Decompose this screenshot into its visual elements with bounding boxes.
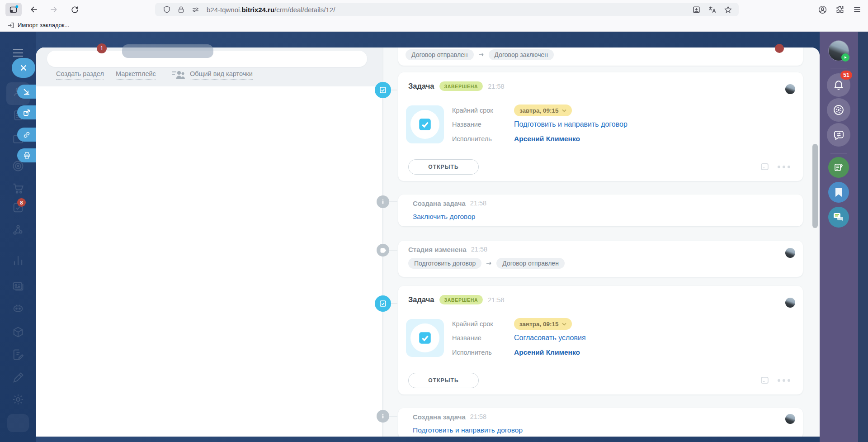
task-tile	[406, 105, 444, 143]
ai-robot-icon[interactable]	[9, 302, 27, 314]
doc-edit-icon[interactable]	[9, 348, 27, 361]
task-status-badge: ЗАВЕРШЕНА	[439, 81, 483, 91]
lock-icon[interactable]	[177, 6, 185, 14]
stage-to-pill: Договор заключен	[489, 49, 554, 60]
extensions-icon[interactable]	[835, 5, 844, 14]
divider	[830, 68, 847, 68]
reports-icon[interactable]	[9, 254, 27, 267]
target-icon[interactable]	[9, 160, 27, 172]
avatar[interactable]	[785, 248, 795, 258]
downloads-icon[interactable]	[692, 5, 701, 14]
card-view-link[interactable]: Общий вид карточки	[190, 70, 253, 80]
url-text: b24-tqwnoi.bitrix24.ru/crm/deal/details/…	[207, 6, 692, 14]
task-status-badge: ЗАВЕРШЕНА	[439, 295, 483, 304]
translate-icon[interactable]	[708, 5, 717, 14]
chats-button[interactable]	[828, 207, 849, 228]
assignee-link[interactable]: Арсений Клименко	[514, 348, 580, 356]
bitrix24-app: 8 1	[0, 32, 868, 442]
timeline-card-stage-top: Договор отправлен Договор заключен	[398, 48, 803, 66]
more-actions-icon[interactable]	[778, 166, 790, 168]
deal-slider: Создать раздел Маркетплейс Общий вид кар…	[36, 48, 820, 437]
box-icon[interactable]	[9, 326, 27, 338]
assignee-label: Исполнитель	[452, 135, 514, 143]
timeline-card-info-1: Создана задача 21:58 Заключить договор	[398, 195, 803, 226]
firefox-view-button[interactable]	[5, 3, 22, 16]
deadline-pill[interactable]: завтра, 09:15	[514, 318, 572, 330]
crm-card-icon[interactable]	[9, 280, 27, 292]
info-title: Создана задача	[413, 413, 466, 421]
task-name-link[interactable]: Согласовать условия	[514, 334, 586, 342]
comment-note-icon[interactable]	[760, 162, 769, 171]
bookmark-import-item[interactable]: Импорт закладок...	[7, 22, 69, 29]
video-status-badge	[841, 53, 849, 62]
url-bar[interactable]: b24-tqwnoi.bitrix24.ru/crm/deal/details/…	[155, 3, 739, 16]
slider-copy-link-button[interactable]	[17, 128, 36, 142]
timeline-task-icon	[375, 295, 391, 312]
settings-gear-icon[interactable]	[9, 393, 27, 406]
bookmark-icon	[834, 187, 843, 197]
deadline-label: Крайний срок	[452, 107, 514, 114]
right-sidebar: 51	[820, 32, 858, 442]
timeline-stream: Договор отправлен Договор заключен Задач…	[382, 48, 820, 437]
news-feed-button[interactable]	[828, 157, 849, 178]
avatar[interactable]	[785, 84, 795, 94]
main-menu-icon[interactable]	[13, 49, 24, 57]
back-button[interactable]	[27, 3, 41, 16]
rail-bottom-widget[interactable]	[7, 414, 29, 432]
marketplace-link[interactable]: Маркетплейс	[116, 70, 156, 80]
menu-icon[interactable]	[853, 5, 862, 14]
import-bookmarks-icon	[7, 22, 14, 29]
counter-badge-right	[775, 44, 784, 53]
slider-minimize-button[interactable]	[17, 85, 36, 99]
user-avatar[interactable]	[829, 41, 849, 61]
tab-icon	[9, 5, 19, 14]
bell-icon	[833, 79, 844, 91]
deadline-label: Крайний срок	[452, 320, 514, 328]
arrow-right-icon	[478, 52, 484, 57]
copilot-button[interactable]	[827, 98, 850, 122]
background-slider-tab[interactable]	[122, 44, 213, 58]
deadline-pill[interactable]: завтра, 09:15	[514, 105, 572, 116]
reload-button[interactable]	[67, 3, 82, 16]
news-feed-icon	[833, 162, 844, 173]
slider-close-button[interactable]	[12, 58, 35, 78]
messenger-button[interactable]	[827, 123, 850, 147]
name-label: Название	[452, 334, 514, 342]
bookmark-star-icon[interactable]	[724, 5, 732, 14]
shield-icon[interactable]	[163, 5, 171, 14]
timeline-info-icon	[377, 410, 389, 423]
slider-open-window-button[interactable]	[17, 105, 36, 119]
avatar[interactable]	[785, 298, 795, 308]
divider	[830, 153, 847, 153]
pen-icon[interactable]	[9, 371, 27, 384]
task-check-icon	[410, 323, 439, 352]
task-link[interactable]: Заключить договор	[413, 213, 475, 221]
comment-note-icon[interactable]	[760, 375, 769, 385]
task-link[interactable]: Подготовить и направить договор	[413, 426, 523, 434]
forward-button[interactable]	[47, 3, 61, 16]
open-task-button[interactable]: ОТКРЫТЬ	[408, 373, 479, 388]
timeline-card-task-1: Задача ЗАВЕРШЕНА 21:58 Крайний срок завт…	[398, 72, 803, 181]
account-icon[interactable]	[818, 5, 827, 14]
bookmarks-button[interactable]	[828, 182, 849, 203]
permissions-icon[interactable]	[191, 5, 200, 14]
timeline-stage-icon	[377, 244, 389, 257]
assignee-link[interactable]: Арсений Клименко	[514, 135, 580, 143]
create-section-link[interactable]: Создать раздел	[56, 70, 104, 80]
bookmarks-bar: Импорт закладок...	[0, 19, 868, 32]
counter-badge: 1	[97, 43, 107, 53]
copilot-icon	[832, 104, 845, 116]
avatar[interactable]	[785, 414, 795, 424]
task-time: 21:58	[488, 296, 504, 304]
network-icon[interactable]	[9, 223, 27, 236]
more-actions-icon[interactable]	[778, 379, 790, 382]
cart-icon[interactable]	[9, 182, 27, 195]
messenger-icon	[833, 129, 845, 141]
open-task-button[interactable]: ОТКРЫТЬ	[408, 159, 479, 175]
timeline-scrollbar[interactable]	[812, 144, 818, 228]
browser-toolbar: b24-tqwnoi.bitrix24.ru/crm/deal/details/…	[0, 0, 868, 19]
info-title: Создана задача	[413, 200, 466, 207]
task-title: Задача	[408, 82, 434, 90]
task-name-link[interactable]: Подготовить и направить договор	[514, 120, 627, 128]
stage-to-pill: Договор отправлен	[496, 258, 565, 269]
